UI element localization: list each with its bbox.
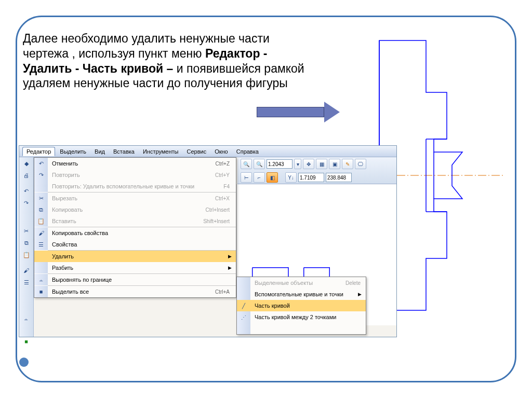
tool-active-icon[interactable]: ◧ xyxy=(267,172,278,183)
menu-item-label: Копировать свойства xyxy=(48,230,236,236)
brush-icon[interactable]: 🖌 xyxy=(20,265,33,276)
align-icon[interactable]: ⫠ xyxy=(20,313,33,324)
y-arrow-icon[interactable]: Y↓ xyxy=(285,172,297,183)
fit-icon[interactable]: ▣ xyxy=(329,159,340,169)
menu-item-icon: 📋 xyxy=(34,215,48,227)
editor-dropdown: ↶ОтменитьCtrl+Z↷ПовторитьCtrl+YПовторить… xyxy=(34,157,236,298)
menu-item: ↷ПовторитьCtrl+Y xyxy=(34,169,236,181)
menu-help[interactable]: Справка xyxy=(233,147,262,156)
tool-icon[interactable]: ◆ xyxy=(20,158,33,169)
submenu-item-label: Часть кривой xyxy=(250,303,366,309)
redo-icon[interactable]: ↷ xyxy=(20,197,33,209)
menu-item-shortcut: F4 xyxy=(223,184,236,189)
instruction-text: Далее необходимо удалить ненужные части … xyxy=(23,31,314,91)
menu-item-icon: ☰ xyxy=(34,239,48,250)
menu-item-label: Повторить xyxy=(48,172,215,178)
menu-item-label: Вырезать xyxy=(48,195,215,201)
menu-item-label: Отменить xyxy=(48,160,216,167)
menu-item-shortcut: Shift+Insert xyxy=(203,218,236,224)
menu-item-label: Выделить все xyxy=(48,289,215,295)
tool-icon[interactable]: ⌐ xyxy=(254,172,265,183)
menu-item-icon: ✂ xyxy=(34,193,48,204)
menu-item-icon: ↷ xyxy=(34,169,48,181)
menu-item-label: Вставить xyxy=(48,218,203,224)
zoom-out-icon[interactable]: 🔍 xyxy=(254,159,265,169)
pan-icon[interactable]: ✥ xyxy=(303,159,314,169)
menu-item-icon xyxy=(34,251,48,262)
menu-item[interactable]: Удалить▶ xyxy=(34,251,236,262)
grid-icon[interactable]: ▦ xyxy=(316,159,327,169)
menu-editor[interactable]: Редактор xyxy=(22,147,55,156)
menu-item-shortcut: Ctrl+Z xyxy=(216,161,236,167)
cut-icon[interactable]: ✂ xyxy=(20,225,33,237)
paste-icon[interactable]: 📋 xyxy=(20,249,33,260)
props-icon[interactable]: ☰ xyxy=(20,277,33,288)
menu-item-icon: ■ xyxy=(34,286,48,297)
menu-item: Повторить: Удалить вспомогательные кривы… xyxy=(34,181,236,192)
copy-icon[interactable]: ⧉ xyxy=(20,237,33,249)
menu-item-shortcut: Ctrl+A xyxy=(215,289,236,295)
undo-icon[interactable]: ↶ xyxy=(20,185,33,197)
left-toolbar: ◆ 🖨 ↶ ↷ ✂ ⧉ 📋 🖌 ☰ ⫠ ■ xyxy=(19,157,34,337)
submenu-item[interactable] xyxy=(237,323,366,334)
submenu-item[interactable]: ╱Часть кривой xyxy=(237,300,366,311)
menu-item[interactable]: ⫠Выровнять по границе xyxy=(34,274,236,285)
arrow-indicator xyxy=(257,102,340,122)
submenu-item-icon: ╱ xyxy=(237,300,250,311)
submenu-item-label: Вспомогательные кривые и точки xyxy=(250,291,358,297)
selectall-icon[interactable]: ■ xyxy=(20,336,33,347)
submenu-item-icon: ⋰ xyxy=(237,311,250,323)
menu-window[interactable]: Окно xyxy=(211,147,232,156)
submenu-item-icon xyxy=(237,323,250,334)
coord-y[interactable]: 238.848 xyxy=(326,173,352,182)
delete-submenu: Выделенные объектыDeleteВспомогательные … xyxy=(236,277,366,335)
submenu-item-icon xyxy=(237,289,250,300)
menu-item-label: Повторить: Удалить вспомогательные кривы… xyxy=(48,183,223,189)
submenu-item-label: Выделенные объекты xyxy=(250,280,345,286)
menu-item-icon: ↶ xyxy=(34,158,48,169)
menu-item-icon xyxy=(34,181,48,192)
menu-item-label: Разбить xyxy=(48,265,228,271)
menu-service[interactable]: Сервис xyxy=(183,147,210,156)
app-window: Редактор Выделить Вид Вставка Инструмент… xyxy=(19,145,397,337)
menubar: Редактор Выделить Вид Вставка Инструмент… xyxy=(19,146,396,157)
menu-item-label: Выровнять по границе xyxy=(48,277,236,283)
dropdown-icon[interactable]: ▾ xyxy=(294,159,301,169)
submenu-item-shortcut: Delete xyxy=(345,280,366,286)
bullet-dot xyxy=(19,358,29,367)
menu-item[interactable]: Разбить▶ xyxy=(34,262,236,273)
submenu-arrow-icon: ▶ xyxy=(228,254,236,259)
submenu-arrow-icon: ▶ xyxy=(228,265,236,270)
tool-icon[interactable]: ⊢ xyxy=(241,172,252,183)
submenu-item-icon xyxy=(237,277,250,289)
menu-item-shortcut: Ctrl+Insert xyxy=(206,207,236,213)
menu-item-shortcut: Ctrl+Y xyxy=(215,172,236,178)
menu-view[interactable]: Вид xyxy=(91,147,109,156)
submenu-item[interactable]: ⋰Часть кривой между 2 точками xyxy=(237,311,366,323)
submenu-arrow-icon: ▶ xyxy=(358,292,366,297)
submenu-item-label: Часть кривой между 2 точками xyxy=(250,314,366,320)
menu-item-icon: 🖌 xyxy=(34,227,48,239)
menu-tools[interactable]: Инструменты xyxy=(139,147,182,156)
menu-item-label: Копировать xyxy=(48,207,206,213)
menu-item-shortcut: Ctrl+X xyxy=(215,196,236,201)
menu-item: ⧉КопироватьCtrl+Insert xyxy=(34,204,236,215)
menu-item[interactable]: ↶ОтменитьCtrl+Z xyxy=(34,158,236,169)
screen-icon[interactable]: 🖵 xyxy=(355,159,366,169)
coord-x[interactable]: 1.7109 xyxy=(298,173,324,182)
menu-item: ✂ВырезатьCtrl+X xyxy=(34,193,236,204)
menu-item-icon: ⧉ xyxy=(34,204,48,215)
wand-icon[interactable]: ✎ xyxy=(342,159,353,169)
menu-select[interactable]: Выделить xyxy=(56,147,90,156)
menu-item-icon: ⫠ xyxy=(34,274,48,285)
tool-icon[interactable]: 🖨 xyxy=(20,170,33,181)
submenu-item[interactable]: Вспомогательные кривые и точки▶ xyxy=(237,289,366,300)
menu-item[interactable]: ☰Свойства xyxy=(34,239,236,250)
menu-insert[interactable]: Вставка xyxy=(110,147,138,156)
zoom-in-icon[interactable]: 🔍 xyxy=(241,159,252,169)
menu-item-label: Удалить xyxy=(48,253,228,259)
menu-item[interactable]: 🖌Копировать свойства xyxy=(34,227,236,239)
menu-item[interactable]: ■Выделить всеCtrl+A xyxy=(34,286,236,297)
zoom-value[interactable]: 1.2043 xyxy=(267,159,292,169)
menu-item-label: Свойства xyxy=(48,241,236,248)
